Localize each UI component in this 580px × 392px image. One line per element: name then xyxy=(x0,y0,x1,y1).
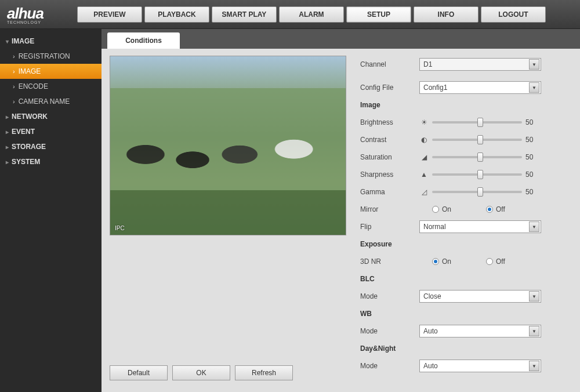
sidebar-group-image[interactable]: IMAGE xyxy=(0,34,102,49)
section-dn: Day&Night xyxy=(360,344,419,353)
configfile-value: Config1 xyxy=(423,84,447,92)
blc-mode-label: Mode xyxy=(360,292,419,300)
sharpness-slider[interactable] xyxy=(432,173,522,176)
nav-info[interactable]: INFO xyxy=(414,6,478,23)
sharpness-icon: ▲ xyxy=(419,170,429,179)
brightness-value: 50 xyxy=(525,118,539,126)
nav-setup[interactable]: SETUP xyxy=(346,6,411,23)
configfile-select[interactable]: Config1 ▼ xyxy=(419,81,541,94)
gamma-slider[interactable] xyxy=(432,191,522,193)
flip-select[interactable]: Normal ▼ xyxy=(419,220,541,233)
sidebar-item-cameraname[interactable]: CAMERA NAME xyxy=(0,94,102,109)
flip-label: Flip xyxy=(360,223,419,231)
sharpness-label: Sharpness xyxy=(360,170,419,179)
tab-conditions[interactable]: Conditions xyxy=(107,32,180,49)
nav-smartplay[interactable]: SMART PLAY xyxy=(212,6,277,23)
dn-mode-value: Auto xyxy=(423,362,438,370)
chevron-down-icon: ▼ xyxy=(529,291,539,302)
refresh-button[interactable]: Refresh xyxy=(235,365,293,380)
header: alhua TECHNOLOGY PREVIEW PLAYBACK SMART … xyxy=(0,0,580,29)
wb-mode-label: Mode xyxy=(360,327,419,335)
brand-sub: TECHNOLOGY xyxy=(7,20,48,24)
sidebar: IMAGE REGISTRATION IMAGE ENCODE CAMERA N… xyxy=(0,29,102,392)
nav-playback[interactable]: PLAYBACK xyxy=(144,6,209,23)
brightness-icon: ☀ xyxy=(419,118,429,127)
contrast-label: Contrast xyxy=(360,136,419,144)
content: Conditions IPC Channel D1 ▼ Config File xyxy=(102,29,580,392)
nav-alarm[interactable]: ALARM xyxy=(279,6,344,23)
dn-mode-label: Mode xyxy=(360,362,419,370)
chevron-down-icon: ▼ xyxy=(529,326,539,336)
blc-mode-select[interactable]: Close ▼ xyxy=(419,290,541,303)
gamma-value: 50 xyxy=(525,188,539,196)
saturation-label: Saturation xyxy=(360,153,419,161)
sidebar-group-network[interactable]: NETWORK xyxy=(0,109,102,124)
main: IMAGE REGISTRATION IMAGE ENCODE CAMERA N… xyxy=(0,29,580,392)
wb-mode-select[interactable]: Auto ▼ xyxy=(419,325,541,337)
sidebar-group-storage[interactable]: STORAGE xyxy=(0,139,102,154)
channel-label: Channel xyxy=(360,60,419,68)
mirror-on-radio[interactable]: On xyxy=(432,205,451,213)
nav-logout[interactable]: LOGOUT xyxy=(481,6,546,23)
section-wb: WB xyxy=(360,310,419,318)
default-button[interactable]: Default xyxy=(110,365,168,380)
nr3d-off-radio[interactable]: Off xyxy=(486,257,505,266)
tabstrip: Conditions xyxy=(102,29,580,49)
saturation-icon: ◢ xyxy=(419,153,429,162)
dn-mode-select[interactable]: Auto ▼ xyxy=(419,360,541,372)
nav-preview[interactable]: PREVIEW xyxy=(77,6,142,23)
gamma-icon: ◿ xyxy=(419,187,429,197)
sharpness-value: 50 xyxy=(525,170,539,179)
wb-mode-value: Auto xyxy=(423,327,438,335)
brightness-label: Brightness xyxy=(360,118,419,126)
body-area: IPC Channel D1 ▼ Config File Config1 ▼ xyxy=(102,49,580,382)
sidebar-group-system[interactable]: SYSTEM xyxy=(0,154,102,169)
contrast-slider[interactable] xyxy=(432,139,522,141)
section-blc: BLC xyxy=(360,275,419,283)
channel-value: D1 xyxy=(423,60,432,68)
nr3d-on-radio[interactable]: On xyxy=(432,257,451,266)
video-preview: IPC xyxy=(110,56,346,235)
configfile-label: Config File xyxy=(360,84,419,92)
ok-button[interactable]: OK xyxy=(172,365,230,380)
sidebar-item-encode[interactable]: ENCODE xyxy=(0,79,102,94)
section-image: Image xyxy=(360,101,419,109)
brightness-slider[interactable] xyxy=(432,121,522,124)
brand-logo: alhua TECHNOLOGY xyxy=(7,5,48,24)
section-exposure: Exposure xyxy=(360,240,419,248)
sidebar-item-image[interactable]: IMAGE xyxy=(0,64,102,79)
chevron-down-icon: ▼ xyxy=(529,222,539,232)
saturation-slider[interactable] xyxy=(432,156,522,158)
chevron-down-icon: ▼ xyxy=(529,59,539,70)
nav-tabs: PREVIEW PLAYBACK SMART PLAY ALARM SETUP … xyxy=(77,6,546,23)
sidebar-item-registration[interactable]: REGISTRATION xyxy=(0,49,102,64)
flip-value: Normal xyxy=(423,223,446,231)
nr3d-label: 3D NR xyxy=(360,257,419,266)
mirror-label: Mirror xyxy=(360,205,419,213)
channel-select[interactable]: D1 ▼ xyxy=(419,58,541,71)
mirror-off-radio[interactable]: Off xyxy=(486,205,505,213)
blc-mode-value: Close xyxy=(423,292,441,300)
settings-panel: Channel D1 ▼ Config File Config1 ▼ Image xyxy=(360,56,572,375)
contrast-icon: ◐ xyxy=(419,135,429,144)
contrast-value: 50 xyxy=(525,136,539,144)
chevron-down-icon: ▼ xyxy=(529,361,539,371)
button-row: Default OK Refresh xyxy=(110,365,293,380)
chevron-down-icon: ▼ xyxy=(529,82,539,93)
preview-ipc-label: IPC xyxy=(115,225,125,231)
gamma-label: Gamma xyxy=(360,188,419,196)
sidebar-group-event[interactable]: EVENT xyxy=(0,124,102,139)
saturation-value: 50 xyxy=(525,153,539,161)
